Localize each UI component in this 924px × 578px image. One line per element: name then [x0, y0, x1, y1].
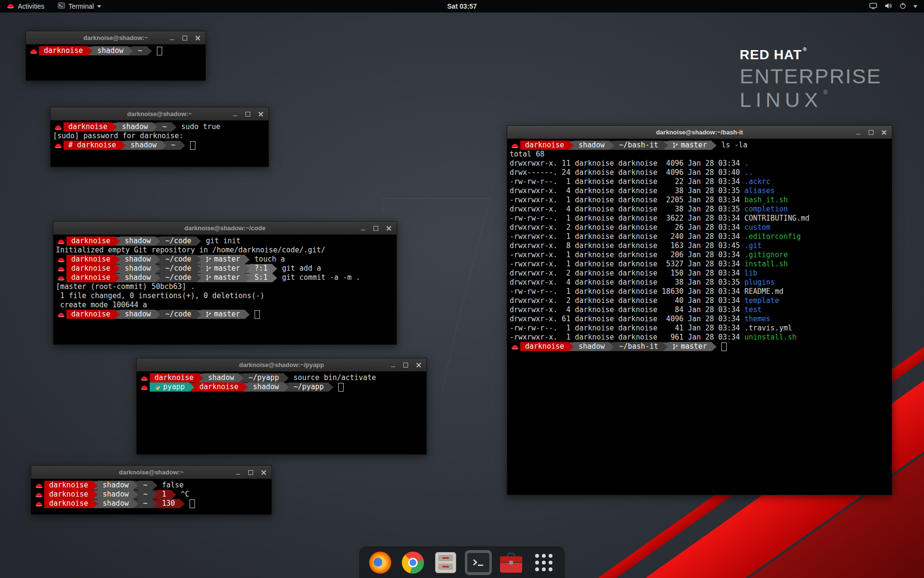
powerline-arrow [121, 141, 126, 150]
prompt-segment-scm: master [201, 310, 245, 319]
terminal-line: -rw-rw-r--. 1 darknoise darknoise 41 Jan… [510, 324, 892, 333]
command-text: git add a [282, 264, 321, 273]
terminal-window: darknoise@shadow:~ darknoiseshadow~ [26, 31, 206, 81]
maximize-button[interactable] [403, 362, 409, 368]
close-button[interactable] [258, 111, 264, 117]
prompt-segment-path: ~/code [160, 264, 196, 273]
terminal-content[interactable]: darknoiseshadow~sudo true[sudo] password… [51, 120, 269, 167]
ls-entry-name: .gitignore [744, 250, 788, 260]
dock-item-firefox[interactable] [367, 550, 394, 575]
terminal-line: drwxrwxr-x. 4 darknoise darknoise 38 Jan… [510, 186, 892, 196]
dock-item-terminal[interactable] [465, 550, 492, 575]
terminal-content[interactable]: darknoiseshadow~/bash-itmasterls -latota… [507, 139, 892, 495]
ls-entry-name: themes [744, 315, 770, 324]
system-status-area[interactable] [869, 2, 924, 11]
window-titlebar[interactable]: darknoise@shadow:~/bash-it [507, 126, 892, 139]
close-button[interactable] [881, 130, 887, 135]
files-icon [435, 552, 456, 573]
ls-entry-name: lib [744, 269, 757, 278]
close-button[interactable] [386, 225, 392, 231]
maximize-button[interactable] [245, 111, 251, 117]
maximize-button[interactable] [868, 130, 874, 135]
terminal-content[interactable]: darknoiseshadow~ [26, 44, 205, 80]
prompt-segment-host: shadow [574, 141, 609, 150]
prompt-segment-scm: master [201, 255, 245, 264]
prompt-segment-scm: master [201, 264, 245, 273]
window-titlebar[interactable]: darknoise@shadow:~ [26, 31, 205, 45]
terminal-line: -rw-rw-r--. 1 darknoise darknoise 22 Jan… [510, 177, 892, 186]
ls-entry-name: .. [744, 168, 753, 177]
powerline-arrow [133, 490, 138, 499]
redhat-prompt-icon [510, 344, 520, 350]
dock-item-files[interactable] [432, 550, 459, 575]
prompt-segment-host: shadow [98, 481, 133, 490]
terminal-content[interactable]: darknoiseshadow~/pyappsource bin/activat… [137, 371, 426, 454]
ls-entry-meta: -rwxrwxr-x. 1 darknoise darknoise 206 Ja… [510, 250, 744, 260]
powerline-arrow [153, 123, 157, 131]
terminal-line: darknoiseshadow~ [28, 46, 205, 55]
minimize-button[interactable] [360, 225, 366, 231]
terminal-cursor [255, 310, 260, 319]
terminal-line: 1 file changed, 0 insertions(+), 0 delet… [56, 291, 397, 301]
terminal-line: drwxrwxr-x. 4 darknoise darknoise 84 Jan… [510, 305, 892, 315]
close-button[interactable] [416, 362, 422, 368]
terminal-content[interactable]: darknoiseshadow~/codegit initInitialized… [53, 235, 397, 344]
maximize-button[interactable] [248, 470, 254, 475]
ls-entry-name: test [744, 305, 762, 315]
powerline-arrow [155, 255, 160, 264]
prompt-segment-text: S:1 [255, 273, 268, 282]
powerline-arrow [272, 274, 277, 282]
maximize-button[interactable] [182, 35, 188, 41]
terminal-line: darknoiseshadow~/bash-itmaster [510, 342, 892, 351]
prompt-segment-host: shadow [98, 490, 133, 499]
window-title: darknoise@shadow:~/bash-it [656, 129, 743, 136]
app-menu-button[interactable]: Terminal [56, 0, 103, 13]
terminal-line: [master (root-commit) 50bcb63] . [56, 282, 397, 291]
prompt-segment-text: darknoise [71, 273, 110, 282]
minimize-button[interactable] [235, 470, 241, 475]
minimize-button[interactable] [855, 130, 861, 135]
powerline-arrow [569, 342, 574, 351]
git-branch-icon [673, 142, 678, 148]
terminal-line: darknoiseshadow~/codemasterS:1git commit… [56, 273, 397, 282]
minimize-button[interactable] [390, 362, 396, 368]
dock-item-toolbox[interactable] [498, 550, 525, 575]
prompt-segment-text: darknoise [525, 141, 564, 150]
terminal-line: darknoiseshadow~/pyappsource bin/activat… [139, 373, 426, 382]
powerline-arrow [88, 47, 92, 55]
window-titlebar[interactable]: darknoise@shadow:~ [31, 466, 271, 479]
terminal-app-icon [58, 2, 65, 10]
dock-item-apps-grid[interactable] [530, 550, 557, 575]
redhat-prompt-icon [34, 483, 44, 488]
ls-entry-name: template [744, 296, 779, 305]
prompt-segment-path: ~ [157, 122, 171, 131]
window-titlebar[interactable]: darknoise@shadow:~/code [53, 222, 397, 235]
dock-item-chrome[interactable] [399, 550, 426, 575]
minimize-button[interactable] [169, 35, 175, 41]
powerline-arrow [609, 342, 614, 351]
powerline-arrow [272, 264, 277, 273]
terminal-line: -rwxrwxr-x. 1 darknoise darknoise 206 Ja… [510, 250, 892, 260]
prompt-segment-text: darknoise [525, 342, 564, 351]
ls-entry-meta: drwxrwxr-x. 2 darknoise darknoise 26 Jan… [510, 223, 744, 232]
terminal-line: drwxrwxr-x. 4 darknoise darknoise 38 Jan… [510, 205, 892, 214]
window-titlebar[interactable]: darknoise@shadow:~/pyapp [137, 358, 426, 372]
terminal-content[interactable]: darknoiseshadow~falsedarknoiseshadow~1^C… [31, 479, 271, 514]
window-titlebar[interactable]: darknoise@shadow:~ [51, 107, 269, 121]
redhat-prompt-icon [139, 375, 150, 381]
activities-button[interactable]: Activities [5, 0, 46, 13]
maximize-button[interactable] [373, 225, 379, 231]
ls-entry-meta: -rw-rw-r--. 1 darknoise darknoise 41 Jan… [510, 324, 744, 333]
prompt-segment-path: ~ [138, 499, 152, 508]
minimize-button[interactable] [232, 111, 238, 117]
prompt-segment-user: # darknoise [64, 141, 121, 150]
powerline-arrow [112, 123, 117, 131]
powerline-arrow [153, 490, 157, 499]
prompt-segment-text: darknoise [71, 255, 110, 264]
prompt-segment-path: ~/bash-it [614, 141, 663, 150]
clock[interactable]: Sat 03:57 [447, 2, 476, 10]
close-button[interactable] [261, 470, 267, 475]
command-text: ls -la [721, 141, 747, 150]
close-button[interactable] [195, 35, 201, 41]
powerline-arrow [712, 141, 717, 150]
